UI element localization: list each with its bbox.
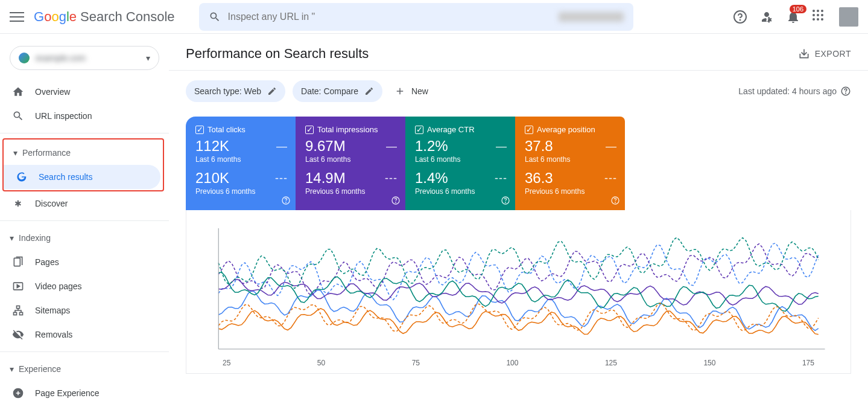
- sidebar-item-url-inspection[interactable]: URL inspection: [0, 104, 162, 128]
- x-tick: 25: [223, 359, 230, 367]
- people-settings-icon[interactable]: [759, 10, 774, 24]
- property-selector[interactable]: example.com ▾: [10, 46, 159, 70]
- sidebar-item-discover[interactable]: ✱ Discover: [0, 191, 162, 216]
- trend-dashed-icon: - - -: [604, 172, 615, 185]
- page-title: Performance on Search results: [186, 46, 369, 62]
- svg-rect-4: [17, 306, 20, 309]
- metric-value: 1.2%: [415, 138, 448, 155]
- checkbox-icon: ✓: [195, 126, 204, 134]
- sidebar-label: Sitemaps: [35, 306, 70, 315]
- sidebar-item-page-experience[interactable]: Page Experience: [0, 381, 162, 404]
- url-inspect-input[interactable]: [228, 11, 559, 22]
- checkbox-icon: ✓: [415, 126, 423, 134]
- sidebar-label: URL inspection: [35, 111, 92, 121]
- logo-text: Search Console: [80, 9, 175, 25]
- metric-sublabel: Last 6 months: [195, 155, 286, 164]
- sidebar-item-removals[interactable]: Removals: [0, 322, 162, 347]
- x-tick: 100: [506, 359, 518, 367]
- svg-point-1: [740, 19, 741, 20]
- trend-flat-icon: —: [496, 140, 505, 153]
- chevron-down-icon: ▾: [10, 233, 14, 243]
- metric-title-label: Average CTR: [427, 125, 475, 134]
- metric-card-clicks[interactable]: ✓Total clicks 112K— Last 6 months 210K- …: [186, 117, 296, 210]
- pencil-icon: [267, 86, 277, 96]
- video-icon: [12, 280, 24, 292]
- google-g-icon: [16, 171, 28, 183]
- chevron-down-icon: ▾: [146, 53, 150, 63]
- help-icon[interactable]: [501, 196, 510, 205]
- menu-icon[interactable]: [10, 10, 24, 24]
- help-icon[interactable]: [391, 196, 401, 205]
- notification-badge: 106: [790, 5, 806, 13]
- filter-chip-date[interactable]: Date: Compare: [293, 80, 382, 102]
- help-icon[interactable]: [840, 86, 851, 97]
- notifications-icon[interactable]: 106: [786, 10, 800, 24]
- home-icon: [12, 86, 24, 98]
- sidebar-label: Removals: [35, 330, 72, 339]
- filter-chip-search-type[interactable]: Search type: Web: [186, 80, 285, 102]
- export-button[interactable]: EXPORT: [798, 48, 851, 60]
- sitemap-icon: [12, 304, 24, 316]
- sidebar-label: Video pages: [35, 281, 82, 291]
- property-name: example.com: [36, 53, 146, 63]
- x-tick: 75: [412, 359, 420, 367]
- svg-point-16: [505, 202, 506, 202]
- circle-plus-icon: [12, 387, 24, 399]
- help-icon[interactable]: [281, 196, 291, 205]
- chevron-down-icon: ▾: [10, 364, 14, 374]
- sidebar-section-label: Experience: [19, 364, 61, 374]
- performance-chart[interactable]: [192, 222, 844, 355]
- metric-value: 210K: [195, 170, 229, 187]
- metric-title-label: Average position: [537, 125, 595, 134]
- sidebar-item-search-results[interactable]: Search results: [4, 165, 160, 189]
- trend-dashed-icon: - - -: [385, 172, 396, 185]
- add-filter-button[interactable]: New: [390, 86, 433, 97]
- metric-card-position[interactable]: ✓Average position 37.8— Last 6 months 36…: [515, 117, 625, 210]
- hide-icon: [12, 329, 24, 341]
- chart-container: 255075100125150175: [186, 210, 851, 374]
- svg-point-18: [615, 202, 616, 202]
- help-icon[interactable]: [610, 196, 620, 205]
- metric-title-label: Total impressions: [317, 125, 378, 134]
- sidebar-section-label: Performance: [22, 148, 71, 158]
- trend-dashed-icon: - - -: [495, 172, 505, 185]
- sidebar-label: Pages: [35, 257, 59, 267]
- sidebar-label: Overview: [35, 87, 70, 97]
- sidebar-section-label: Indexing: [19, 233, 51, 243]
- trend-flat-icon: —: [276, 140, 286, 153]
- metric-sublabel: Last 6 months: [525, 155, 615, 164]
- x-tick: 175: [802, 359, 814, 367]
- metric-card-ctr[interactable]: ✓Average CTR 1.2%— Last 6 months 1.4%- -…: [405, 117, 515, 210]
- pencil-icon: [364, 86, 374, 96]
- logo[interactable]: Google Search Console: [34, 9, 175, 25]
- metric-sublabel: Last 6 months: [415, 155, 505, 164]
- svg-rect-5: [14, 312, 17, 315]
- metric-sublabel: Previous 6 months: [195, 187, 286, 196]
- checkbox-icon: ✓: [525, 126, 533, 134]
- trend-flat-icon: —: [606, 140, 615, 153]
- sidebar-item-video-pages[interactable]: Video pages: [0, 274, 162, 298]
- metric-value: 14.9M: [305, 170, 346, 187]
- chip-label: Date: Compare: [301, 86, 358, 96]
- help-icon[interactable]: [733, 10, 747, 24]
- sidebar-section-performance[interactable]: ▾ Performance: [4, 141, 160, 165]
- sidebar-item-sitemaps[interactable]: Sitemaps: [0, 298, 162, 322]
- sidebar-item-pages[interactable]: Pages: [0, 250, 162, 274]
- header: Google Search Console xxxxxxxxx" 106: [0, 0, 868, 34]
- search-property-blur: xxxxxxxxx": [559, 12, 624, 22]
- apps-icon[interactable]: [813, 10, 827, 24]
- sidebar: example.com ▾ Overview URL inspection ▾ …: [0, 34, 169, 404]
- export-label: EXPORT: [815, 49, 851, 59]
- sidebar-section-experience[interactable]: ▾ Experience: [0, 357, 169, 381]
- metrics-row: ✓Total clicks 112K— Last 6 months 210K- …: [186, 117, 625, 210]
- annotation-highlight: ▾ Performance Search results: [2, 138, 164, 191]
- metric-card-impressions[interactable]: ✓Total impressions 9.67M— Last 6 months …: [296, 117, 405, 210]
- sidebar-item-overview[interactable]: Overview: [0, 80, 162, 104]
- chip-label: Search type: Web: [194, 86, 261, 96]
- search-bar[interactable]: xxxxxxxxx": [199, 3, 633, 31]
- avatar[interactable]: [839, 7, 858, 27]
- metric-value: 9.67M: [305, 138, 346, 155]
- sidebar-section-indexing[interactable]: ▾ Indexing: [0, 226, 169, 250]
- metric-sublabel: Previous 6 months: [305, 187, 396, 196]
- plus-icon: [394, 86, 405, 97]
